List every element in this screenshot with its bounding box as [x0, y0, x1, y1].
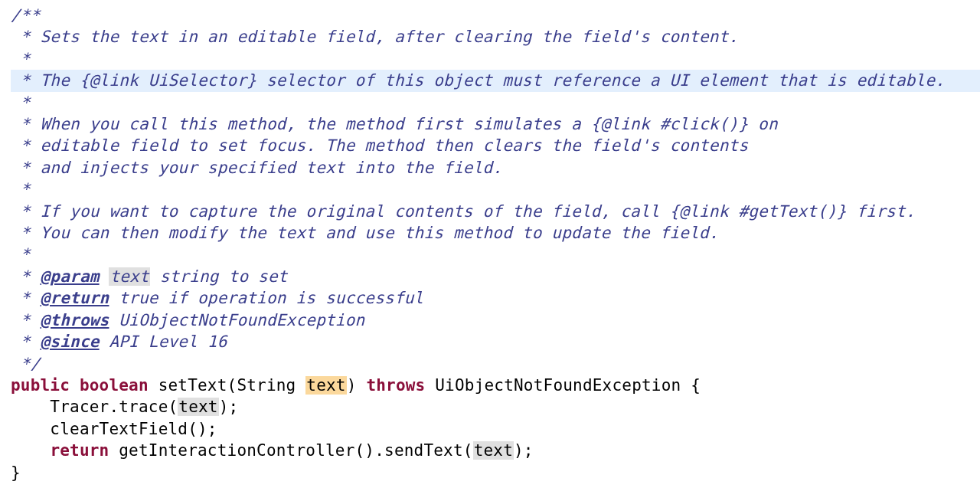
javadoc-line: *	[11, 245, 31, 264]
code-line: }	[11, 463, 21, 482]
javadoc-line: * If you want to capture the original co…	[11, 202, 916, 221]
javadoc-line: * When you call this method, the method …	[11, 115, 778, 133]
javadoc-line: *	[11, 50, 31, 68]
code-line: return getInteractionController().sendTe…	[11, 441, 534, 460]
javadoc-line: * editable field to set focus. The metho…	[11, 136, 748, 155]
javadoc-param-line: * @param text string to set	[11, 267, 288, 286]
javadoc-line: * and injects your specified text into t…	[11, 159, 502, 177]
method-signature: public boolean setText(String text) thro…	[11, 376, 701, 395]
javadoc-open: /**	[11, 6, 41, 25]
javadoc-return-line: * @return true if operation is successfu…	[11, 289, 423, 307]
keyword-throws: throws	[366, 376, 425, 395]
code-block: /** * Sets the text in an editable field…	[0, 0, 980, 483]
javadoc-close: */	[11, 355, 41, 373]
code-line: clearTextField();	[11, 420, 217, 438]
javadoc-throws-line: * @throws UiObjectNotFoundException	[11, 311, 364, 329]
keyword-return: return	[50, 441, 109, 460]
javadoc-line: * Sets the text in an editable field, af…	[11, 28, 738, 46]
javadoc-line: *	[11, 180, 31, 198]
javadoc-line: * You can then modify the text and use t…	[11, 224, 719, 242]
keyword-boolean: boolean	[80, 376, 149, 395]
javadoc-since-line: * @since API Level 16	[11, 332, 227, 351]
param-name: text	[109, 267, 149, 286]
keyword-public: public	[11, 376, 70, 395]
javadoc-tag-since: @since	[41, 332, 100, 351]
param-highlight: text	[305, 376, 346, 395]
highlighted-doc-line: * The {@link UiSelector} selector of thi…	[11, 70, 980, 91]
javadoc-tag-throws: @throws	[41, 311, 109, 329]
var-ref: text	[178, 398, 218, 416]
javadoc-tag-param: @param	[41, 267, 100, 286]
javadoc-line: *	[11, 93, 31, 112]
var-ref: text	[473, 441, 514, 460]
javadoc-tag-return: @return	[41, 289, 109, 307]
code-line: Tracer.trace(text);	[11, 398, 238, 416]
